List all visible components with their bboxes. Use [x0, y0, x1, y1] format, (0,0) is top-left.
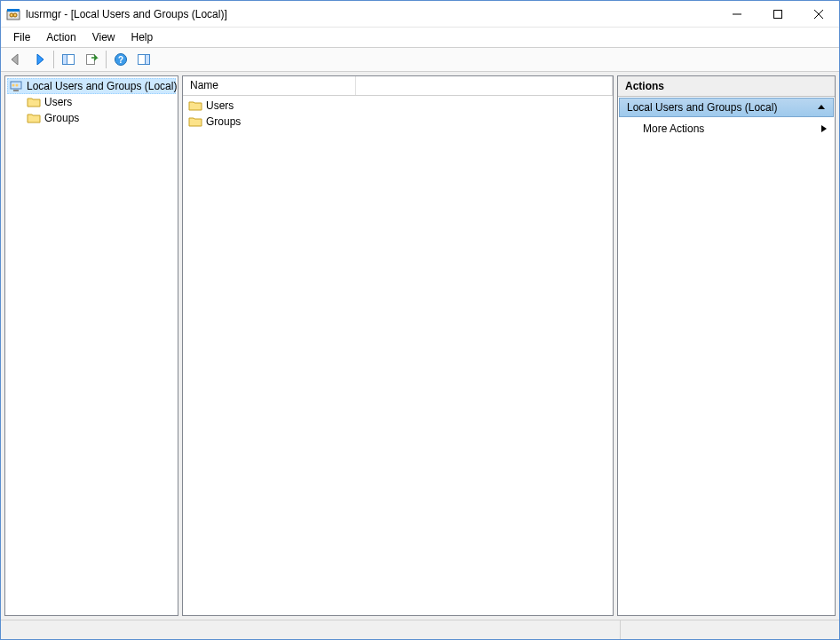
statusbar: [1, 620, 839, 639]
column-header-blank[interactable]: [356, 76, 613, 95]
list-body: Users Groups: [183, 96, 613, 615]
tree-node-groups[interactable]: Groups: [25, 110, 176, 126]
tree-node-label: Users: [44, 96, 72, 108]
list-pane: Name Users Groups: [182, 75, 614, 616]
toolbar: ?: [1, 47, 839, 72]
svg-rect-1: [7, 9, 20, 12]
toolbar-separator: [53, 51, 54, 68]
svg-point-18: [16, 84, 19, 87]
content-area: Local Users and Groups (Local) Users Gro…: [1, 72, 839, 620]
svg-rect-14: [146, 55, 150, 65]
svg-rect-10: [87, 55, 95, 65]
svg-rect-5: [774, 10, 782, 18]
export-list-button[interactable]: [81, 49, 102, 70]
tree-root-label: Local Users and Groups (Local): [27, 80, 177, 92]
actions-item-label: More Actions: [643, 122, 704, 135]
show-hide-tree-button[interactable]: [58, 49, 79, 70]
window-title: lusrmgr - [Local Users and Groups (Local…: [26, 8, 717, 20]
computer-icon: [9, 79, 23, 93]
actions-section-header[interactable]: Local Users and Groups (Local): [619, 98, 834, 117]
actions-more-actions[interactable]: More Actions: [618, 118, 835, 139]
svg-point-3: [13, 13, 17, 17]
svg-rect-9: [63, 55, 67, 65]
statusbar-segment: [1, 620, 621, 639]
actions-section-label: Local Users and Groups (Local): [627, 101, 777, 114]
back-button[interactable]: [5, 49, 27, 70]
tree-node-users[interactable]: Users: [25, 94, 176, 110]
toolbar-separator: [106, 51, 107, 68]
menu-action[interactable]: Action: [39, 29, 83, 45]
list-item-groups[interactable]: Groups: [186, 114, 609, 130]
column-header-name[interactable]: Name: [183, 76, 356, 95]
minimize-button[interactable]: [717, 1, 757, 27]
svg-point-2: [10, 13, 13, 17]
menu-file[interactable]: File: [6, 29, 37, 45]
folder-icon: [188, 115, 202, 128]
menu-view[interactable]: View: [85, 29, 123, 45]
submenu-arrow-icon: [820, 124, 828, 133]
folder-icon: [27, 96, 41, 108]
statusbar-segment: [621, 620, 839, 639]
collapse-icon: [817, 103, 826, 112]
actions-pane: Actions Local Users and Groups (Local) M…: [617, 75, 836, 616]
menubar: File Action View Help: [1, 28, 839, 47]
window-controls: [717, 1, 839, 27]
close-button[interactable]: [798, 1, 839, 27]
help-button[interactable]: ?: [110, 49, 131, 70]
list-header: Name: [183, 76, 613, 96]
app-icon: [6, 7, 20, 21]
svg-point-17: [12, 84, 15, 87]
folder-icon: [27, 112, 41, 124]
forward-button[interactable]: [28, 49, 50, 70]
tree-root-node[interactable]: Local Users and Groups (Local): [7, 78, 176, 94]
svg-text:?: ?: [118, 55, 123, 65]
list-item-label: Users: [206, 99, 234, 112]
menu-help[interactable]: Help: [124, 29, 161, 45]
titlebar: lusrmgr - [Local Users and Groups (Local…: [1, 1, 839, 28]
list-item-users[interactable]: Users: [186, 98, 609, 114]
tree-node-label: Groups: [44, 112, 79, 124]
show-hide-actions-button[interactable]: [133, 49, 155, 70]
svg-rect-16: [13, 90, 19, 91]
maximize-button[interactable]: [757, 1, 798, 27]
folder-icon: [188, 99, 202, 112]
tree-pane: Local Users and Groups (Local) Users Gro…: [4, 75, 178, 616]
actions-header: Actions: [618, 76, 835, 97]
list-item-label: Groups: [206, 115, 241, 128]
